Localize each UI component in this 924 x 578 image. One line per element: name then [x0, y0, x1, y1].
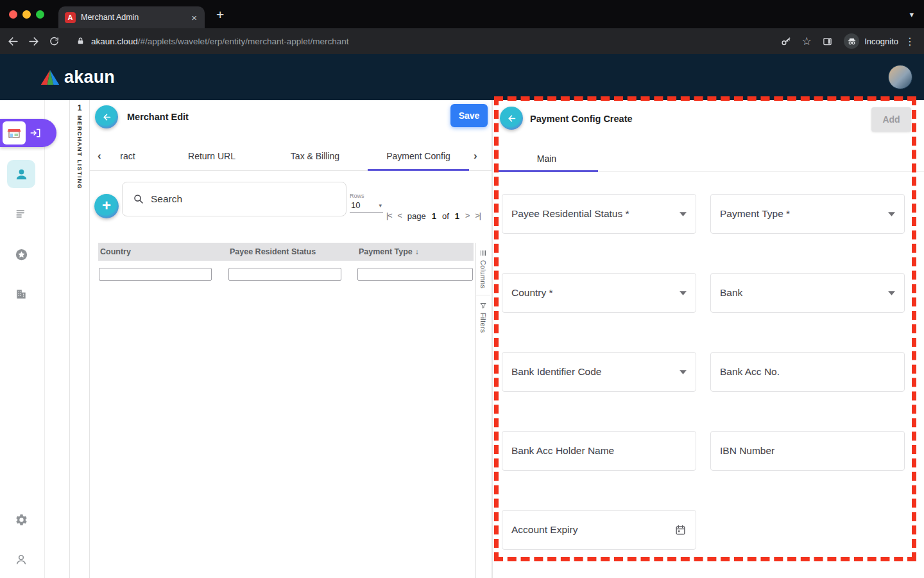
add-payment-config-button[interactable]: + [94, 194, 119, 218]
padlock-icon [76, 37, 85, 46]
table-side-tabs: Columns Filters [475, 243, 490, 578]
current-page: 1 [432, 211, 436, 221]
column-header-country[interactable]: Country [98, 247, 228, 256]
close-window-button[interactable] [9, 10, 17, 19]
storefront-icon [3, 121, 26, 144]
sidebar-item-account[interactable] [7, 160, 35, 188]
field-ibn-number[interactable]: IBN Number [710, 431, 905, 471]
back-arrow-icon [7, 35, 19, 48]
tab-tax-billing[interactable]: Tax & Billing [270, 141, 360, 171]
filters-tab-label: Filters [479, 313, 487, 333]
search-input[interactable] [151, 193, 336, 205]
akaun-logo[interactable]: akaun [0, 67, 115, 87]
columns-icon [479, 249, 487, 257]
first-page-button[interactable]: |< [386, 211, 392, 220]
tab-payment-config[interactable]: Payment Config [373, 141, 463, 171]
payment-config-back-button[interactable] [500, 107, 523, 130]
login-arrow-icon [30, 127, 41, 139]
back-arrow-icon [506, 113, 517, 124]
tab-return-url[interactable]: Return URL [167, 141, 257, 171]
gear-icon [15, 513, 28, 527]
url-text[interactable]: akaun.cloud/#/applets/wavelet/erp/entity… [91, 37, 349, 46]
merchant-edit-back-button[interactable] [95, 105, 118, 128]
rows-per-page-select[interactable]: Rows 10 ▾ [350, 193, 383, 213]
payment-config-tabs: Main [493, 145, 924, 172]
minimize-window-button[interactable] [22, 10, 31, 19]
app-sidebar [0, 100, 45, 578]
tab-search-chevron-icon[interactable]: ▾ [909, 10, 914, 19]
tabs-scroll-right-icon[interactable]: › [474, 141, 477, 171]
password-key-button[interactable] [776, 31, 796, 51]
sidebar-item-settings[interactable] [8, 505, 34, 534]
sidebar-item-organization[interactable] [8, 280, 34, 308]
search-box[interactable] [122, 182, 346, 216]
tab-contract[interactable]: ract [107, 141, 149, 171]
tab-close-icon[interactable]: × [190, 12, 198, 23]
panel-title: Merchant Edit [127, 112, 189, 122]
payment-config-form: Payee Residential Status * Payment Type … [502, 194, 905, 550]
sidebar-item-list[interactable] [8, 200, 34, 228]
workspace-tab-label: MERCHANT LISTING [76, 116, 83, 189]
lock-icon[interactable] [73, 31, 87, 51]
maximize-window-button[interactable] [36, 10, 44, 19]
tabs-scroll-left-icon[interactable]: ‹ [98, 141, 101, 171]
chevron-down-icon [888, 212, 895, 216]
side-panel-icon [822, 37, 833, 46]
user-avatar[interactable] [888, 65, 912, 89]
field-payee-residential-status[interactable]: Payee Residential Status * [502, 194, 696, 234]
columns-side-tab[interactable]: Columns [476, 243, 490, 295]
browser-tab[interactable]: A Merchant Admin × [58, 6, 205, 28]
plus-icon: + [102, 198, 111, 213]
sort-desc-icon: ↓ [415, 247, 419, 256]
field-bank-identifier-code[interactable]: Bank Identifier Code [502, 352, 696, 392]
field-bank-acc-holder-name[interactable]: Bank Acc Holder Name [502, 431, 696, 471]
back-button[interactable] [3, 31, 23, 51]
column-header-payment-type[interactable]: Payment Type↓ [357, 247, 474, 256]
rows-label: Rows [350, 193, 383, 199]
new-tab-button[interactable]: + [216, 8, 224, 21]
list-icon [15, 207, 28, 220]
filters-side-tab[interactable]: Filters [476, 295, 490, 339]
support-person-icon [15, 553, 28, 566]
table-header: Country Payee Resident Status Payment Ty… [98, 243, 474, 261]
url-path: /#/applets/wavelet/erp/entity/merchant-a… [138, 37, 349, 46]
field-payment-type[interactable]: Payment Type * [710, 194, 905, 234]
columns-tab-label: Columns [479, 260, 487, 288]
of-label: of [442, 211, 449, 221]
tab-favicon-icon: A [65, 12, 76, 23]
app-header: akaun [0, 54, 924, 100]
filter-input-country[interactable] [99, 268, 212, 281]
add-button[interactable]: Add [871, 107, 911, 132]
field-bank[interactable]: Bank [710, 273, 905, 313]
field-country[interactable]: Country * [502, 273, 696, 313]
sidebar-item-support[interactable] [8, 545, 34, 574]
prev-page-button[interactable]: < [398, 211, 402, 220]
sidebar-item-merchant-listing[interactable] [0, 119, 56, 147]
tab-main[interactable]: Main [495, 145, 598, 172]
sidebar-item-favorites[interactable] [8, 240, 34, 268]
last-page-button[interactable]: >| [475, 211, 481, 220]
browser-menu-button[interactable]: ⋮ [905, 35, 915, 48]
next-page-button[interactable]: > [465, 211, 469, 220]
reload-icon [49, 36, 60, 47]
reload-button[interactable] [44, 31, 64, 51]
field-bank-acc-no[interactable]: Bank Acc No. [710, 352, 905, 392]
forward-button[interactable] [23, 31, 44, 51]
back-arrow-icon [101, 112, 112, 123]
bookmark-star-button[interactable]: ☆ [796, 31, 817, 51]
side-panel-button[interactable] [817, 31, 837, 51]
workspace-tab-number: 1 [70, 103, 89, 112]
payment-config-create-panel: Payment Config Create Add Main Payee Res… [493, 100, 924, 578]
save-button[interactable]: Save [450, 104, 488, 127]
active-tab-underline [368, 169, 469, 171]
active-tab-underline [495, 170, 598, 172]
person-icon [14, 167, 29, 182]
key-icon [781, 36, 792, 47]
workspace-tab-strip[interactable]: 1 MERCHANT LISTING [69, 100, 90, 578]
field-account-expiry[interactable]: Account Expiry [502, 510, 696, 550]
column-header-payee-resident-status[interactable]: Payee Resident Status [228, 247, 357, 256]
filter-input-payee-resident-status[interactable] [228, 268, 341, 281]
rows-value: 10 [351, 200, 360, 210]
filter-input-payment-type[interactable] [357, 268, 473, 281]
browser-tab-strip: A Merchant Admin × + ▾ [0, 0, 924, 28]
